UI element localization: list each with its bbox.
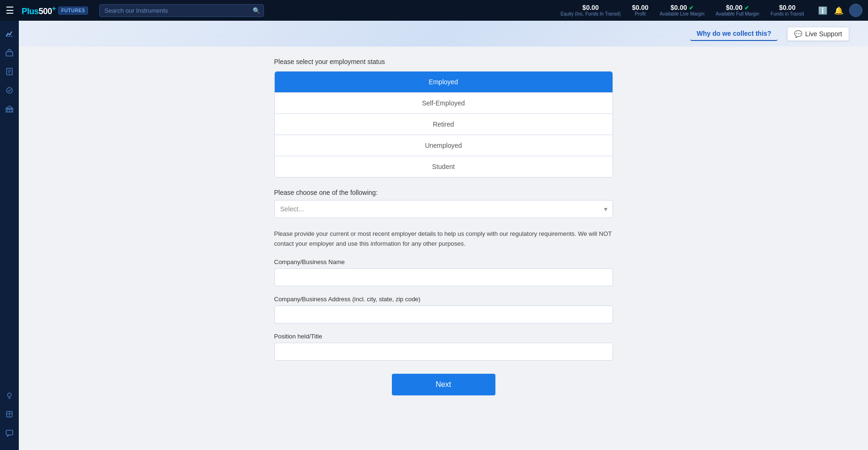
header-banner: Why do we collect this? 💬 Live Support <box>19 21 868 47</box>
option-retired[interactable]: Retired <box>275 114 613 135</box>
top-navigation: ☰ Plus500+ FUTURES 🔍 $0.00 Equity (Inc. … <box>0 0 868 21</box>
svg-point-12 <box>8 393 11 397</box>
stat-profit: $0.00 Profit <box>632 4 648 17</box>
live-support-button[interactable]: 💬 Live Support <box>787 27 849 41</box>
stat-equity: $0.00 Equity (Inc. Funds In Transit) <box>560 4 621 17</box>
search-input[interactable] <box>99 4 264 17</box>
stat-equity-label: Equity (Inc. Funds In Transit) <box>560 11 621 17</box>
stat-live-margin-amount: $0.00 ✔ <box>660 4 704 12</box>
stat-funds-transit: $0.00 Funds in Transit <box>771 4 804 17</box>
why-collect-label: Why do we collect this? <box>697 30 772 37</box>
logo-text: Plus500+ <box>22 5 56 16</box>
company-address-input[interactable] <box>274 305 613 323</box>
why-collect-button[interactable]: Why do we collect this? <box>690 27 778 41</box>
position-label: Position held/Title <box>274 333 613 340</box>
company-name-input[interactable] <box>274 268 613 286</box>
stat-full-margin-label: Available Full Margin <box>716 11 759 17</box>
sidebar-item-chat[interactable] <box>2 426 17 441</box>
sidebar-item-bank[interactable] <box>2 102 17 117</box>
info-icon-button[interactable]: ℹ️ <box>817 5 828 16</box>
main-content: Why do we collect this? 💬 Live Support P… <box>19 21 868 450</box>
stat-equity-amount: $0.00 <box>560 4 621 12</box>
sidebar-item-packages[interactable] <box>2 407 17 422</box>
employment-options: Employed Self-Employed Retired Unemploye… <box>274 71 613 177</box>
industry-select[interactable]: Select... Financial Services Technology … <box>274 200 613 218</box>
stat-full-margin: $0.00 ✔ Available Full Margin <box>716 4 759 17</box>
employment-section-label: Please select your employment status <box>274 58 613 65</box>
position-input[interactable] <box>274 343 613 361</box>
nav-icons: ℹ️ 🔔 <box>817 4 862 17</box>
svg-rect-1 <box>6 52 13 56</box>
nav-stats: $0.00 Equity (Inc. Funds In Transit) $0.… <box>560 4 804 17</box>
sidebar <box>0 21 19 450</box>
option-self-employed[interactable]: Self-Employed <box>275 93 613 114</box>
company-address-label: Company/Business Address (incl. city, st… <box>274 296 613 303</box>
industry-select-wrap: Select... Financial Services Technology … <box>274 200 613 218</box>
option-unemployed[interactable]: Unemployed <box>275 135 613 156</box>
search-bar: 🔍 <box>99 4 264 17</box>
option-employed[interactable]: Employed <box>275 72 613 93</box>
employer-info-text: Please provide your current or most rece… <box>274 229 613 249</box>
next-button[interactable]: Next <box>392 374 495 395</box>
stat-full-margin-amount: $0.00 ✔ <box>716 4 759 12</box>
position-group: Position held/Title <box>274 333 613 361</box>
company-name-group: Company/Business Name <box>274 258 613 286</box>
logo-futures-badge: FUTURES <box>58 7 88 15</box>
stat-live-margin-label: Available Live Margin <box>660 11 704 17</box>
stat-profit-label: Profit <box>632 11 648 17</box>
svg-marker-8 <box>6 106 13 108</box>
sidebar-item-insights[interactable] <box>2 388 17 403</box>
svg-rect-18 <box>6 430 13 435</box>
company-name-label: Company/Business Name <box>274 258 613 265</box>
chat-bubble-icon: 💬 <box>794 30 802 38</box>
avatar[interactable] <box>849 4 862 17</box>
search-icon: 🔍 <box>253 7 260 14</box>
employment-form: Please select your employment status Emp… <box>255 47 632 450</box>
notification-icon-button[interactable]: 🔔 <box>833 5 844 16</box>
menu-icon[interactable]: ☰ <box>6 5 14 16</box>
sidebar-item-orders[interactable] <box>2 64 17 79</box>
stat-profit-amount: $0.00 <box>632 4 648 12</box>
sidebar-item-watchlist[interactable] <box>2 83 17 98</box>
option-student[interactable]: Student <box>275 156 613 177</box>
stat-funds-transit-amount: $0.00 <box>771 4 804 12</box>
stat-live-margin: $0.00 ✔ Available Live Margin <box>660 4 704 17</box>
live-support-label: Live Support <box>805 30 842 38</box>
sidebar-item-chart[interactable] <box>2 26 17 41</box>
company-address-group: Company/Business Address (incl. city, st… <box>274 296 613 323</box>
choose-label: Please choose one of the following: <box>274 189 613 196</box>
next-button-wrap: Next <box>274 374 613 395</box>
sidebar-item-portfolio[interactable] <box>2 45 17 60</box>
stat-funds-transit-label: Funds in Transit <box>771 11 804 17</box>
logo: Plus500+ FUTURES <box>22 5 88 16</box>
